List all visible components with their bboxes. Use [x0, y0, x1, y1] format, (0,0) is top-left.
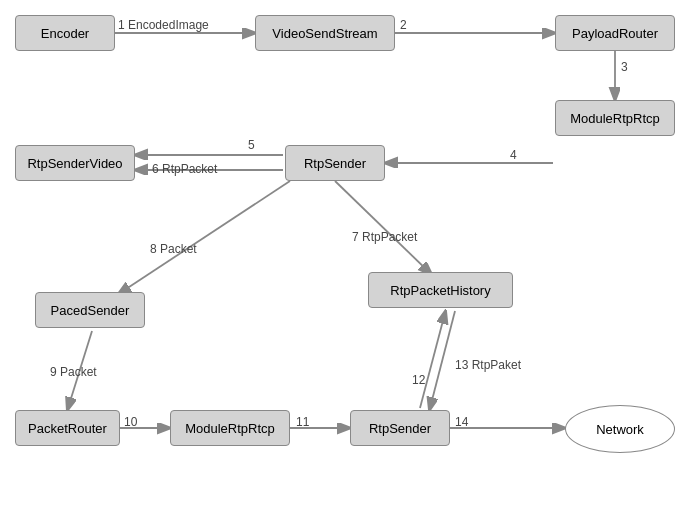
svg-line-9 [120, 181, 290, 293]
rtp-sender-video-node: RtpSenderVideo [15, 145, 135, 181]
network-node: Network [565, 405, 675, 453]
diagram: Encoder VideoSendStream PayloadRouter Rt… [0, 0, 692, 513]
svg-line-8 [335, 181, 430, 273]
label-6: 6 RtpPacket [152, 162, 217, 176]
label-3: 3 [621, 60, 628, 74]
label-4: 4 [510, 148, 517, 162]
rtp-sender-node: RtpSender [285, 145, 385, 181]
label-2: 2 [400, 18, 407, 32]
label-9: 9 Packet [50, 365, 97, 379]
svg-line-14 [430, 311, 455, 408]
paced-sender-node: PacedSender [35, 292, 145, 328]
label-7: 7 RtpPacket [352, 230, 417, 244]
rtp-sender2-node: RtpSender [350, 410, 450, 446]
svg-line-13 [420, 313, 445, 408]
label-11: 11 [296, 415, 309, 429]
label-1: 1 EncodedImage [118, 18, 209, 32]
label-5: 5 [248, 138, 255, 152]
label-8: 8 Packet [150, 242, 197, 256]
payload-router-node: PayloadRouter [555, 15, 675, 51]
packet-router-node: PacketRouter [15, 410, 120, 446]
encoder-node: Encoder [15, 15, 115, 51]
module-rtp-rtcp-node: ModuleRtpRtcp [555, 100, 675, 136]
label-14: 14 [455, 415, 468, 429]
label-13: 13 RtpPaket [455, 358, 521, 372]
video-send-stream-node: VideoSendStream [255, 15, 395, 51]
label-10: 10 [124, 415, 137, 429]
rtp-packet-history-node: RtpPacketHistory [368, 272, 513, 308]
module-rtp-rtcp2-node: ModuleRtpRtcp [170, 410, 290, 446]
label-12: 12 [412, 373, 425, 387]
